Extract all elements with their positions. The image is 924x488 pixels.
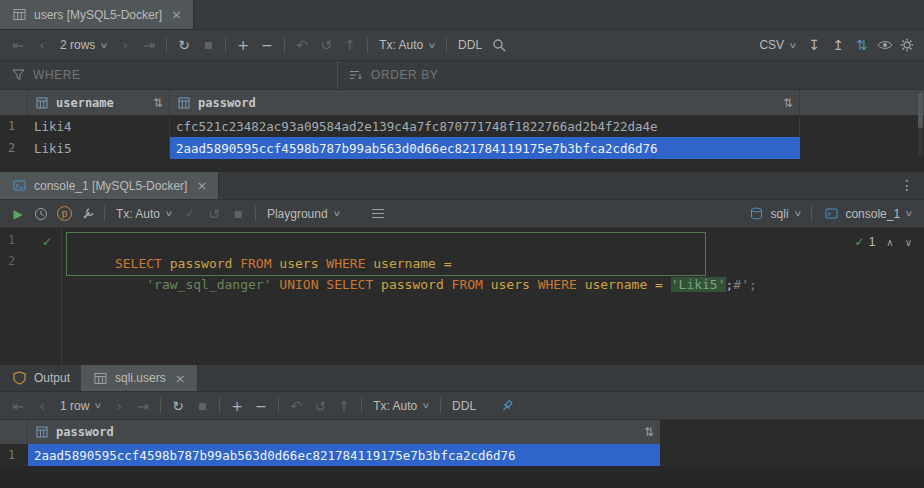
separator [104, 206, 105, 221]
ddl-button[interactable]: DDL [446, 399, 482, 413]
tab-result-grid[interactable]: sqli.users × [81, 365, 198, 391]
sort-toggle-icon[interactable]: ⇅ [153, 96, 163, 110]
separator [361, 398, 362, 413]
table-row[interactable]: 1 2aad5890595ccf4598b787b99ab563d0d66ec8… [0, 444, 924, 466]
cell-password-selected[interactable]: 2aad5890595ccf4598b787b99ab563d0d66ec821… [170, 137, 800, 159]
ddl-button[interactable]: DDL [452, 38, 488, 52]
revert-icon[interactable]: ↶ [290, 34, 314, 56]
first-page-icon[interactable]: ⇤ [6, 395, 30, 417]
grid-header-row: username ⇅ password ⇅ [0, 90, 924, 115]
close-icon[interactable]: × [196, 179, 207, 192]
tx-mode-dropdown[interactable]: Tx: Auto ∨ [110, 207, 178, 221]
shield-icon [11, 370, 27, 386]
separator [284, 38, 285, 53]
cell-username[interactable]: Liki5 [28, 137, 170, 159]
commit-check-icon[interactable]: ✓ [178, 203, 202, 225]
cell-password[interactable]: cfc521c23482ac93a09584ad2e139c4a7fc87077… [170, 115, 800, 137]
export-data-icon[interactable]: ↧ [802, 34, 826, 56]
wrench-icon[interactable] [77, 203, 99, 225]
add-row-icon[interactable]: + [231, 34, 255, 56]
delete-row-icon[interactable]: − [255, 34, 279, 56]
schema-selector[interactable]: sqli ∨ [743, 206, 807, 222]
where-filter-field[interactable]: WHERE [0, 61, 338, 89]
tab-console[interactable]: console_1 [MySQL5-Docker] × [0, 172, 219, 199]
column-header-username[interactable]: username ⇅ [28, 90, 170, 115]
export-format-dropdown[interactable]: CSV ∨ [753, 38, 802, 52]
search-icon[interactable] [488, 34, 510, 56]
table-row[interactable]: 1 Liki4 cfc521c23482ac93a09584ad2e139c4a… [0, 115, 924, 137]
reload-icon[interactable]: ↻ [166, 395, 190, 417]
code-line-1[interactable]: SELECT password FROM users WHERE usernam… [68, 232, 452, 253]
rollback-icon[interactable]: ↺ [308, 395, 332, 417]
statement-success-icon: ✓ [42, 235, 52, 249]
next-page-icon[interactable]: › [113, 34, 137, 56]
output-layout-icon[interactable] [367, 203, 389, 225]
previous-page-icon[interactable]: ‹ [30, 395, 54, 417]
page-size-dropdown[interactable]: 2 rows ∨ [54, 38, 113, 52]
sort-toggle-icon[interactable]: ⇅ [644, 425, 654, 439]
add-row-icon[interactable]: + [225, 395, 249, 417]
parameters-icon[interactable]: p [57, 206, 72, 221]
column-icon [34, 95, 50, 111]
cell-username[interactable]: Liki4 [28, 115, 170, 137]
history-clock-icon[interactable] [30, 203, 52, 225]
rollback-icon[interactable]: ↺ [202, 203, 226, 225]
code-line-2[interactable]: 'raw_sql_danger' UNION SELECT password F… [68, 253, 757, 274]
order-by-field[interactable]: ORDER BY [338, 61, 448, 89]
table-icon [92, 370, 108, 386]
submit-icon[interactable]: ↑ [338, 34, 362, 56]
pin-tab-icon[interactable] [496, 395, 518, 417]
sql-editor[interactable]: 1 2 ✓ SELECT password FROM users WHERE u… [0, 228, 924, 365]
tab-users-grid[interactable]: users [MySQL5-Docker] × [0, 0, 194, 29]
separator [446, 38, 447, 53]
execution-result-badge: ✓ 1 ∧ ∨ [855, 235, 912, 249]
more-options-icon[interactable]: ⋮ [900, 177, 914, 193]
delete-row-icon[interactable]: − [249, 395, 273, 417]
next-page-icon[interactable]: › [107, 395, 131, 417]
first-page-icon[interactable]: ⇤ [6, 34, 30, 56]
console-selector[interactable]: console_1 ∨ [817, 206, 918, 222]
run-icon[interactable]: ▶ [6, 203, 30, 225]
previous-page-icon[interactable]: ‹ [30, 34, 54, 56]
chevron-down-icon: ∨ [94, 401, 103, 410]
column-header-password[interactable]: password ⇅ [28, 420, 660, 444]
page-size-dropdown[interactable]: 1 row ∨ [54, 399, 107, 413]
close-icon[interactable]: × [171, 8, 182, 21]
import-data-icon[interactable]: ↥ [826, 34, 850, 56]
next-result-icon[interactable]: ∨ [905, 237, 912, 248]
chevron-down-icon: ∨ [905, 209, 914, 218]
stop-icon[interactable]: ■ [196, 34, 220, 56]
submit-icon[interactable]: ↑ [332, 395, 356, 417]
previous-result-icon[interactable]: ∧ [886, 237, 893, 248]
last-page-icon[interactable]: ⇥ [137, 34, 161, 56]
chevron-down-icon: ∨ [422, 401, 431, 410]
scrollbar-thumb[interactable] [918, 92, 923, 128]
rollback-icon[interactable]: ↺ [314, 34, 338, 56]
column-header-password[interactable]: password ⇅ [170, 90, 800, 115]
console-tab-bar: console_1 [MySQL5-Docker] × ⋮ [0, 172, 924, 200]
tx-mode-dropdown[interactable]: Tx: Auto ∨ [373, 38, 441, 52]
result-grid-header-row: password ⇅ [0, 420, 660, 444]
separator [811, 206, 812, 221]
table-row[interactable]: 2 Liki5 2aad5890595ccf4598b787b99ab563d0… [0, 137, 924, 159]
playground-mode-dropdown[interactable]: Playground ∨ [261, 207, 346, 221]
tx-mode-dropdown[interactable]: Tx: Auto ∨ [367, 399, 435, 413]
stop-icon[interactable]: ■ [190, 395, 214, 417]
sort-toggle-icon[interactable]: ⇅ [783, 96, 793, 110]
view-options-eye-icon[interactable] [874, 34, 896, 56]
stop-icon[interactable]: ■ [226, 203, 250, 225]
row-number-gutter-header [0, 420, 28, 444]
cell-password-selected[interactable]: 2aad5890595ccf4598b787b99ab563d0d66ec821… [28, 444, 660, 466]
data-transfer-icon[interactable]: ⇅ [850, 34, 874, 56]
reload-icon[interactable]: ↻ [172, 34, 196, 56]
last-page-icon[interactable]: ⇥ [131, 395, 155, 417]
editor-tab-bar: users [MySQL5-Docker] × [0, 0, 924, 30]
tab-title: console_1 [MySQL5-Docker] [34, 179, 187, 193]
settings-gear-icon[interactable] [896, 34, 918, 56]
sort-lines-icon [348, 67, 364, 83]
grid-scrollbar[interactable] [918, 92, 923, 156]
close-icon[interactable]: × [175, 372, 186, 385]
revert-icon[interactable]: ↶ [284, 395, 308, 417]
tab-output[interactable]: Output [0, 365, 81, 391]
console-context-group: sqli ∨ console_1 ∨ [743, 206, 918, 222]
